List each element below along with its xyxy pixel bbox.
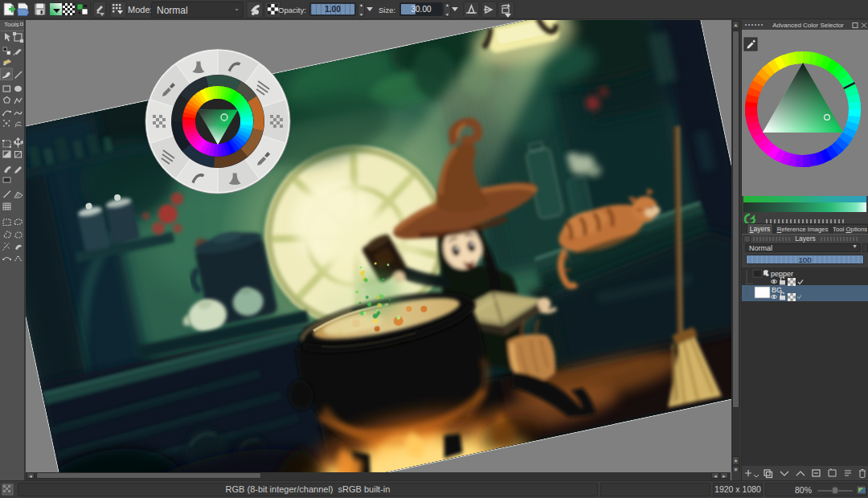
svg-text:BG: BG bbox=[772, 286, 782, 294]
